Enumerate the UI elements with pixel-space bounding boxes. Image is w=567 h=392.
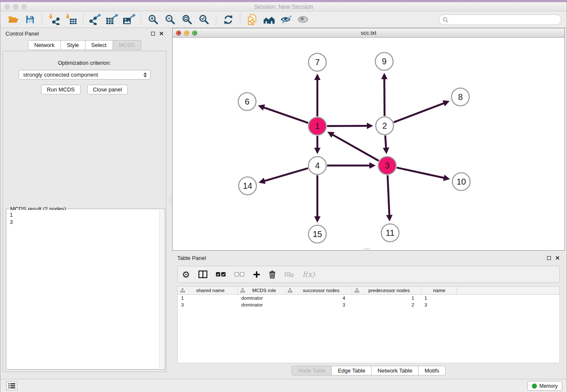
network-close-button[interactable]: ✕ <box>176 30 181 36</box>
table-cell[interactable]: 3 <box>421 302 457 307</box>
refresh-layout-button[interactable] <box>220 13 236 26</box>
graph-edge-2-8[interactable] <box>394 103 444 122</box>
export-network-button[interactable] <box>88 13 103 26</box>
select-all-checkboxes-icon[interactable] <box>216 269 226 280</box>
toolbar-separator <box>141 14 141 25</box>
refresh-icon <box>223 14 234 25</box>
window-titlebar: Session: New Session <box>0 2 567 11</box>
zoom-fit-button[interactable] <box>179 13 195 26</box>
graph-edge-1-6[interactable] <box>264 108 308 123</box>
graph-node-label-14: 14 <box>243 181 252 190</box>
graph-edge-4-14[interactable] <box>264 168 308 181</box>
table-cell[interactable]: dominator <box>238 295 285 301</box>
split-divider-grip[interactable] <box>169 196 172 202</box>
tab-mcds[interactable]: MCDS <box>113 40 141 50</box>
app-window: Session: New Session <box>0 2 567 392</box>
network-window-titlebar[interactable]: ✕ − + scc.txt <box>173 28 564 38</box>
memory-button[interactable]: Memory <box>527 381 562 391</box>
criterion-dropdown[interactable]: strongly connected component <box>19 70 151 80</box>
table-cell[interactable]: 3 <box>285 302 352 307</box>
tab-style[interactable]: Style <box>61 40 85 50</box>
column-header-shared-name[interactable]: shared name <box>178 287 238 294</box>
open-session-button[interactable] <box>6 13 21 26</box>
network-minimize-button[interactable]: − <box>184 30 189 36</box>
column-header-MCDS-role[interactable]: MCDS role <box>238 287 285 294</box>
table-panel: Table Panel ✕ ⚙ <box>172 252 565 379</box>
table-panel-header: Table Panel ✕ <box>172 252 565 263</box>
graph-edge-1-2[interactable] <box>327 126 367 126</box>
home-overview-button[interactable] <box>261 13 277 26</box>
add-column-icon[interactable] <box>253 269 260 280</box>
network-zoom-button[interactable]: + <box>192 30 197 36</box>
column-header-name[interactable]: name <box>421 287 457 294</box>
memory-label: Memory <box>539 383 558 389</box>
table-row[interactable]: 1dominator411 <box>178 295 559 301</box>
tab-motifs[interactable]: Motifs <box>418 366 446 375</box>
export-table-button[interactable] <box>105 13 120 26</box>
graph-node-label-4: 4 <box>315 161 319 170</box>
graph-edge-2-9[interactable] <box>384 79 385 116</box>
mcds-result-scrollbar[interactable] <box>159 210 164 368</box>
table-cell[interactable]: 1 <box>421 295 457 301</box>
table-cell[interactable]: 4 <box>285 295 352 301</box>
task-history-button[interactable] <box>6 381 17 390</box>
close-panel-button[interactable]: Close panel <box>87 85 128 94</box>
graph-edge-3-10[interactable] <box>396 168 444 178</box>
split-pane-icon[interactable] <box>198 269 207 280</box>
tab-node-table[interactable]: Node Table <box>292 366 332 375</box>
table-settings-icon[interactable]: ⚙ <box>182 269 190 280</box>
export-table-icon <box>106 14 118 25</box>
network-canvas[interactable]: 1234678910111415 <box>173 38 564 250</box>
toolbar-separator <box>240 14 240 25</box>
zoom-selected-button[interactable] <box>196 13 212 26</box>
duplicate-network-button[interactable] <box>245 13 260 26</box>
status-bar: Memory <box>0 379 567 392</box>
delete-columns-icon[interactable] <box>269 269 276 280</box>
graph-edge-2-3[interactable] <box>385 135 386 148</box>
control-panel-title: Control Panel <box>6 30 151 37</box>
table-cell[interactable]: 2 <box>352 302 421 307</box>
search-input[interactable] <box>451 16 561 24</box>
save-session-button[interactable] <box>22 13 38 26</box>
function-builder-icon[interactable]: f(x) <box>303 269 315 280</box>
graph-edge-3-1[interactable] <box>333 135 379 161</box>
eye-slash-icon <box>281 15 292 24</box>
window-close-button[interactable] <box>5 4 10 9</box>
window-zoom-button[interactable] <box>22 4 27 9</box>
zoom-out-button[interactable] <box>162 13 178 26</box>
zoom-in-button[interactable] <box>146 13 161 26</box>
delete-table-icon[interactable] <box>284 269 294 280</box>
hide-selected-button[interactable] <box>278 13 294 26</box>
table-cell[interactable]: 3 <box>178 302 238 307</box>
window-minimize-button[interactable] <box>13 4 18 9</box>
mcds-result-text[interactable]: 1 3 <box>7 210 159 368</box>
tab-select[interactable]: Select <box>85 40 113 50</box>
close-panel-icon[interactable]: ✕ <box>159 30 164 37</box>
column-header-successor-nodes[interactable]: successor nodes <box>285 287 352 294</box>
run-mcds-button[interactable]: Run MCDS <box>41 85 81 94</box>
criterion-value: strongly connected component <box>23 72 143 78</box>
control-panel-tabs: NetworkStyleSelectMCDS <box>0 40 169 50</box>
deselect-all-checkboxes-icon[interactable] <box>234 269 245 280</box>
tab-edge-table[interactable]: Edge Table <box>332 366 372 375</box>
import-table-icon <box>65 14 77 25</box>
show-all-button[interactable] <box>295 13 311 26</box>
control-panel-header: Control Panel ✕ <box>0 28 169 39</box>
table-row[interactable]: 3dominator323 <box>178 301 559 308</box>
table-cell[interactable]: 1 <box>352 295 421 301</box>
table-cell[interactable]: 1 <box>178 295 238 301</box>
float-panel-icon[interactable] <box>547 256 551 260</box>
split-divider[interactable] <box>169 28 172 379</box>
export-image-button[interactable] <box>121 13 137 26</box>
table-cell[interactable]: dominator <box>238 302 285 307</box>
import-network-button[interactable] <box>47 13 62 26</box>
tab-network[interactable]: Network <box>28 40 61 50</box>
close-panel-icon[interactable]: ✕ <box>555 255 560 261</box>
float-panel-icon[interactable] <box>151 32 155 36</box>
list-icon <box>8 383 15 389</box>
graph-edge-3-11[interactable] <box>388 175 389 215</box>
search-field[interactable] <box>439 14 561 25</box>
import-table-button[interactable] <box>63 13 79 26</box>
tab-network-table[interactable]: Network Table <box>372 366 418 375</box>
column-header-predecessor-nodes[interactable]: predecessor nodes <box>352 287 421 294</box>
